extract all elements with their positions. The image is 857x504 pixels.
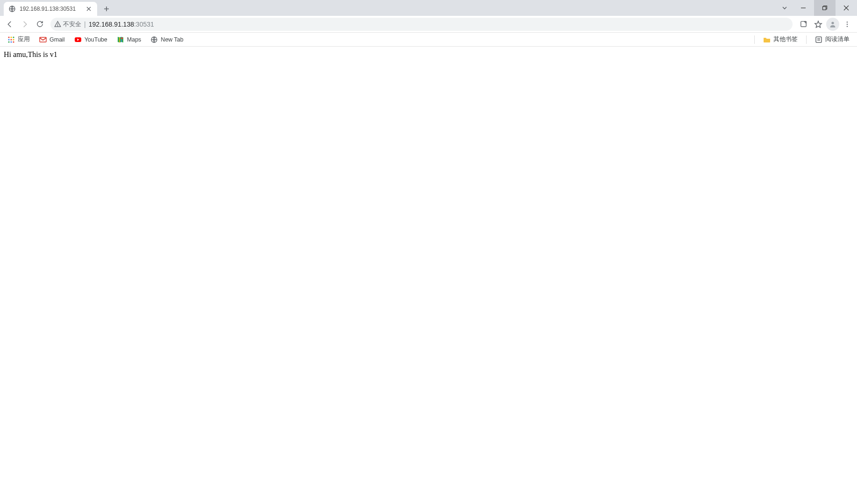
- svg-rect-1: [823, 7, 826, 10]
- browser-tab[interactable]: 192.168.91.138:30531: [4, 2, 97, 16]
- close-window-button[interactable]: [836, 0, 857, 16]
- globe-icon: [8, 5, 16, 13]
- gmail-icon: [39, 36, 47, 43]
- svg-point-6: [847, 23, 848, 24]
- svg-point-15: [10, 41, 12, 42]
- youtube-icon: [74, 36, 82, 43]
- svg-point-9: [10, 36, 12, 38]
- svg-point-4: [831, 21, 834, 24]
- bookmark-newtab[interactable]: New Tab: [147, 34, 187, 45]
- folder-icon: [763, 36, 771, 43]
- warning-icon: [54, 21, 61, 28]
- svg-point-2: [57, 26, 58, 26]
- bookmarks-divider: [754, 35, 755, 44]
- url-text: 192.168.91.138:30531: [89, 21, 154, 28]
- url-host: 192.168.91.138: [89, 21, 134, 28]
- page-content: Hi amu,This is v1: [0, 47, 857, 63]
- svg-point-14: [8, 41, 9, 42]
- svg-point-11: [8, 39, 9, 40]
- bookmark-label: Gmail: [50, 36, 65, 43]
- toolbar: 不安全 | 192.168.91.138:30531: [0, 16, 857, 33]
- maps-icon: [117, 36, 124, 43]
- apps-grid-icon: [7, 36, 15, 43]
- omnibox-separator: |: [84, 21, 86, 28]
- bookmark-label: 其他书签: [773, 35, 798, 43]
- bookmark-label: 阅读清单: [825, 35, 850, 43]
- address-bar[interactable]: 不安全 | 192.168.91.138:30531: [50, 18, 793, 31]
- bookmark-maps[interactable]: Maps: [113, 34, 145, 45]
- bookmark-label: Maps: [127, 36, 142, 43]
- svg-point-7: [847, 26, 848, 27]
- maximize-button[interactable]: [814, 0, 836, 16]
- url-port: :30531: [134, 21, 154, 28]
- svg-point-8: [8, 36, 9, 38]
- new-tab-button[interactable]: [100, 2, 113, 15]
- bookmark-gmail[interactable]: Gmail: [35, 34, 69, 45]
- bookmark-label: New Tab: [161, 36, 183, 43]
- svg-rect-21: [816, 37, 822, 42]
- svg-rect-17: [40, 37, 46, 42]
- minimize-button[interactable]: [793, 0, 814, 16]
- bookmarks-bar: 应用 Gmail YouTube Maps: [0, 33, 857, 47]
- svg-point-19: [121, 37, 123, 39]
- svg-point-5: [847, 21, 848, 22]
- page-body-text: Hi amu,This is v1: [4, 50, 57, 58]
- bookmark-youtube[interactable]: YouTube: [71, 34, 111, 45]
- tab-strip: 192.168.91.138:30531: [0, 0, 857, 16]
- share-button[interactable]: [796, 17, 810, 31]
- svg-point-13: [13, 39, 14, 40]
- toolbar-right: [796, 17, 854, 31]
- svg-point-12: [10, 39, 12, 40]
- reload-button[interactable]: [33, 17, 47, 31]
- bookmark-star-button[interactable]: [811, 17, 825, 31]
- security-label: 不安全: [63, 20, 81, 28]
- forward-button[interactable]: [18, 17, 32, 31]
- close-tab-button[interactable]: [85, 5, 92, 13]
- bookmarks-divider: [806, 35, 807, 44]
- reading-list-icon: [815, 36, 822, 43]
- security-chip[interactable]: 不安全: [54, 20, 81, 28]
- profile-button[interactable]: [826, 18, 839, 31]
- svg-point-10: [13, 36, 14, 38]
- reading-list-button[interactable]: 阅读清单: [811, 34, 853, 45]
- other-bookmarks-button[interactable]: 其他书签: [759, 34, 801, 45]
- globe-icon: [150, 36, 158, 43]
- bookmark-apps[interactable]: 应用: [4, 34, 34, 45]
- menu-button[interactable]: [840, 17, 854, 31]
- tabs-dropdown-button[interactable]: [777, 0, 793, 16]
- svg-point-16: [13, 41, 14, 42]
- bookmark-label: 应用: [18, 35, 30, 43]
- window-controls: [777, 0, 857, 16]
- bookmark-label: YouTube: [85, 36, 107, 43]
- back-button[interactable]: [3, 17, 17, 31]
- tab-title: 192.168.91.138:30531: [20, 6, 81, 12]
